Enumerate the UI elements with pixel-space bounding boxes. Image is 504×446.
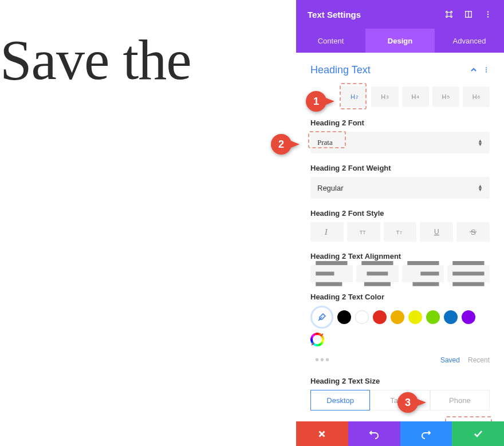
select-caret-icon: ▲▼ xyxy=(478,184,483,192)
font-field: Heading 2 Font Prata ▲▼ xyxy=(310,119,490,153)
callout-3: 3 xyxy=(397,392,418,413)
tab-content[interactable]: Content xyxy=(296,29,365,53)
color-field: Heading 2 Text Color ••• Saved R xyxy=(310,293,490,366)
align-right-button[interactable] xyxy=(402,265,444,282)
panel-tabs: Content Design Advanced xyxy=(296,29,504,53)
collapse-icon[interactable] xyxy=(470,65,477,76)
weight-select[interactable]: Regular ▲▼ xyxy=(310,177,490,199)
color-swatch-black[interactable] xyxy=(337,310,351,324)
confirm-button[interactable] xyxy=(452,421,504,446)
color-tab-saved[interactable]: Saved xyxy=(440,356,460,364)
size-label: Heading 2 Text Size xyxy=(310,377,490,385)
weight-label: Heading 2 Font Weight xyxy=(310,164,490,172)
svg-point-7 xyxy=(486,69,487,70)
eyedropper-button[interactable] xyxy=(310,306,333,329)
undo-button[interactable] xyxy=(348,421,400,446)
section-more-icon[interactable] xyxy=(483,65,490,76)
align-center-button[interactable] xyxy=(356,265,399,282)
device-tab-desktop[interactable]: Desktop xyxy=(310,390,370,411)
font-label: Heading 2 Font xyxy=(310,119,490,127)
callout-1: 1 xyxy=(306,91,326,112)
action-bar xyxy=(296,421,504,446)
heading-level-h6[interactable]: H6 xyxy=(463,86,490,107)
color-swatch-purple[interactable] xyxy=(462,310,475,324)
callout-2: 2 xyxy=(271,134,292,155)
svg-point-4 xyxy=(487,14,489,15)
color-swatch-red[interactable] xyxy=(373,310,387,324)
svg-text:TT: TT xyxy=(359,230,365,235)
svg-text:U: U xyxy=(434,228,439,236)
color-swatch-yellow[interactable] xyxy=(408,310,422,324)
italic-button[interactable]: I xyxy=(310,222,344,242)
style-field: Heading 2 Font Style I TT TT U S xyxy=(310,209,490,242)
svg-text:I: I xyxy=(324,228,328,236)
svg-rect-0 xyxy=(447,13,451,17)
uppercase-button[interactable]: TT xyxy=(347,222,380,242)
style-label: Heading 2 Font Style xyxy=(310,209,490,218)
color-swatch-orange[interactable] xyxy=(391,310,404,324)
select-caret-icon: ▲▼ xyxy=(478,139,483,147)
callout-bubble: 3 xyxy=(397,392,418,413)
heading-level-h3[interactable]: H3 xyxy=(371,86,398,107)
heading-level-h5[interactable]: H5 xyxy=(432,86,459,107)
svg-point-6 xyxy=(486,67,487,68)
svg-point-3 xyxy=(487,11,489,12)
color-label: Heading 2 Text Color xyxy=(310,293,490,301)
heading-level-h4[interactable]: H4 xyxy=(402,86,429,107)
alignment-field: Heading 2 Text Alignment xyxy=(310,252,490,282)
callout-bubble: 1 xyxy=(306,91,326,112)
heading-level-h2[interactable]: H2 xyxy=(341,86,368,107)
size-input[interactable] xyxy=(447,421,490,421)
snap-icon[interactable] xyxy=(464,10,473,19)
section-title: Heading Text xyxy=(310,64,371,76)
underline-button[interactable]: U xyxy=(420,222,453,242)
align-left-button[interactable] xyxy=(310,265,353,282)
more-vert-icon[interactable] xyxy=(483,10,493,19)
color-swatch-white[interactable] xyxy=(355,310,369,324)
color-swatch-blue[interactable] xyxy=(444,310,458,324)
device-tab-phone[interactable]: Phone xyxy=(430,390,490,411)
svg-point-5 xyxy=(487,16,489,17)
redo-button[interactable] xyxy=(400,421,452,446)
color-swatch-green[interactable] xyxy=(426,310,440,324)
strikethrough-button[interactable]: S xyxy=(456,222,490,242)
weight-value: Regular xyxy=(317,184,344,192)
color-tab-recent[interactable]: Recent xyxy=(468,356,490,364)
svg-point-8 xyxy=(486,71,487,72)
panel-body: Heading Text H1 H2 H3 H4 H5 H6 Heading 2… xyxy=(296,53,504,421)
heading-level-selector: H1 H2 H3 H4 H5 H6 xyxy=(310,86,490,107)
weight-field: Heading 2 Font Weight Regular ▲▼ xyxy=(310,164,490,199)
header-actions xyxy=(444,10,493,19)
svg-text:T: T xyxy=(400,231,402,235)
tab-advanced[interactable]: Advanced xyxy=(435,29,504,53)
preview-area: Save the xyxy=(0,0,296,446)
tab-design[interactable]: Design xyxy=(365,29,435,53)
settings-panel: Text Settings Content Design Advanced He… xyxy=(296,0,504,446)
font-value: Prata xyxy=(317,138,333,147)
section-header: Heading Text xyxy=(310,64,490,76)
callout-bubble: 2 xyxy=(271,134,292,155)
align-justify-button[interactable] xyxy=(447,265,490,282)
panel-header: Text Settings xyxy=(296,0,504,29)
svg-text:T: T xyxy=(396,229,400,235)
color-swatch-none[interactable] xyxy=(310,333,324,346)
smallcaps-button[interactable]: TT xyxy=(384,222,417,242)
more-colors-icon[interactable]: ••• xyxy=(315,353,330,366)
font-select[interactable]: Prata ▲▼ xyxy=(310,132,490,153)
cancel-button[interactable] xyxy=(296,421,348,446)
expand-icon[interactable] xyxy=(444,10,454,19)
preview-heading: Save the xyxy=(0,29,296,92)
panel-title: Text Settings xyxy=(308,10,361,19)
